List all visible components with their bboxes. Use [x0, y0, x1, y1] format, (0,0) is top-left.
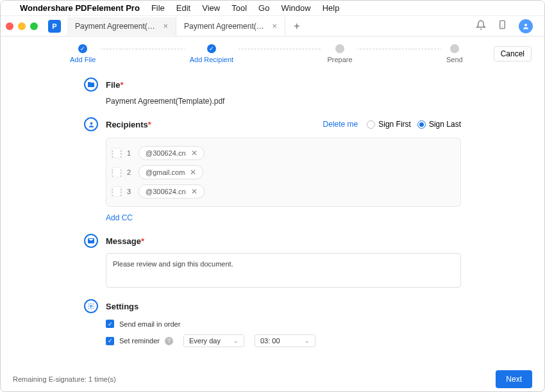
- section-title: Recipients*: [106, 120, 151, 129]
- check-icon: ✓: [78, 44, 87, 53]
- message-textarea[interactable]: Please review and sign this document.: [106, 253, 461, 288]
- row-number: 2: [127, 168, 133, 176]
- radio-icon: [417, 120, 426, 129]
- chevron-down-icon: ⌄: [305, 338, 310, 344]
- menu-tool[interactable]: Tool: [231, 3, 247, 13]
- menu-view[interactable]: View: [202, 3, 220, 13]
- frequency-select[interactable]: Every day ⌄: [183, 334, 244, 347]
- step-dot-icon: [335, 44, 344, 53]
- envelope-icon: [84, 234, 98, 248]
- sign-order-radio-group: Sign First Sign Last: [367, 120, 461, 129]
- drag-handle-icon[interactable]: ⋮⋮: [112, 167, 122, 177]
- svg-rect-0: [500, 20, 505, 29]
- check-icon: ✓: [207, 44, 216, 53]
- remaining-signatures-label: Remaining E-signature: 1 time(s): [13, 375, 116, 383]
- section-title: Message*: [106, 236, 144, 246]
- recipient-chip[interactable]: @gmail.com ✕: [138, 165, 203, 179]
- row-number: 3: [127, 188, 133, 195]
- section-title: Settings: [106, 302, 138, 311]
- help-icon[interactable]: ?: [165, 337, 173, 345]
- recipient-chip[interactable]: @300624.cn ✕: [138, 184, 205, 199]
- recipient-email: @300624.cn: [146, 149, 186, 157]
- maximize-window-button[interactable]: [30, 22, 38, 30]
- app-name[interactable]: Wondershare PDFelement Pro: [20, 3, 140, 13]
- file-icon: [84, 78, 98, 92]
- recipient-row: ⋮⋮ 1 @300624.cn ✕: [112, 143, 455, 163]
- section-recipients: Recipients* Delete me Sign First Sign La…: [84, 117, 461, 222]
- section-message: Message* Please review and sign this doc…: [84, 234, 461, 288]
- svg-point-2: [524, 24, 527, 26]
- user-icon: [84, 117, 98, 131]
- step-add-file[interactable]: ✓ Add File: [65, 44, 101, 63]
- recipient-email: @300624.cn: [146, 188, 186, 195]
- close-icon[interactable]: ×: [272, 21, 277, 31]
- drag-handle-icon[interactable]: ⋮⋮: [112, 186, 122, 197]
- radio-sign-first[interactable]: Sign First: [367, 120, 411, 129]
- close-icon[interactable]: ×: [163, 21, 168, 31]
- user-avatar-icon[interactable]: [519, 19, 533, 33]
- tab-title: Payment Agreement(Tem…: [75, 22, 158, 31]
- recipient-row: ⋮⋮ 2 @gmail.com ✕: [112, 163, 455, 182]
- chevron-down-icon: ⌄: [233, 338, 239, 344]
- delete-me-link[interactable]: Delete me: [323, 120, 358, 129]
- recipient-row: ⋮⋮ 3 @300624.cn ✕: [112, 182, 455, 201]
- recipient-chip[interactable]: @300624.cn ✕: [138, 146, 205, 160]
- menu-help[interactable]: Help: [323, 3, 340, 13]
- recipient-email: @gmail.com: [146, 168, 185, 176]
- section-file: File* Payment Agreement(Template).pdf: [84, 78, 461, 106]
- menu-bar: Wondershare PDFelement Pro File Edit Vie…: [1, 1, 544, 16]
- cancel-button[interactable]: Cancel: [494, 46, 532, 61]
- main-content: File* Payment Agreement(Template).pdf Re…: [1, 65, 544, 359]
- setting-label: Set reminder: [119, 337, 160, 345]
- radio-sign-last[interactable]: Sign Last: [417, 120, 461, 129]
- tab-document-1[interactable]: Payment Agreement(Tem… ×: [67, 17, 176, 35]
- mobile-icon[interactable]: [498, 20, 507, 32]
- time-select[interactable]: 03: 00 ⌄: [255, 334, 315, 347]
- remove-icon[interactable]: ✕: [190, 168, 196, 177]
- new-tab-button[interactable]: +: [288, 17, 306, 35]
- app-logo-icon: P: [48, 20, 61, 33]
- drag-handle-icon[interactable]: ⋮⋮: [112, 148, 122, 158]
- tab-bar: P Payment Agreement(Tem… × Payment Agree…: [1, 16, 544, 37]
- checkbox-reminder[interactable]: ✓: [106, 337, 114, 345]
- setting-send-order: ✓ Send email in order: [106, 320, 461, 328]
- menu-window[interactable]: Window: [281, 3, 310, 13]
- remove-icon[interactable]: ✕: [191, 187, 197, 196]
- add-cc-link[interactable]: Add CC: [106, 213, 461, 222]
- tab-document-2[interactable]: Payment Agreement(Tem… ×: [176, 17, 285, 35]
- minimize-window-button[interactable]: [18, 22, 26, 30]
- step-dot-icon: [450, 44, 459, 53]
- footer: Remaining E-signature: 1 time(s) Next: [0, 365, 545, 392]
- menu-go[interactable]: Go: [258, 3, 269, 13]
- section-settings: Settings ✓ Send email in order ✓ Set rem…: [84, 299, 461, 347]
- recipients-list: ⋮⋮ 1 @300624.cn ✕ ⋮⋮ 2 @gmail.com ✕: [106, 138, 461, 207]
- row-number: 1: [127, 149, 133, 157]
- section-title: File*: [106, 80, 123, 90]
- filename-label: Payment Agreement(Template).pdf: [106, 97, 461, 106]
- bell-icon[interactable]: [476, 20, 486, 33]
- radio-icon: [367, 120, 375, 129]
- menu-edit[interactable]: Edit: [176, 3, 190, 13]
- tab-title: Payment Agreement(Tem…: [184, 22, 267, 31]
- checkbox-send-order[interactable]: ✓: [106, 320, 114, 328]
- window-controls: [6, 22, 38, 30]
- close-window-button[interactable]: [6, 22, 13, 30]
- gear-icon: [84, 299, 98, 313]
- step-send[interactable]: Send: [441, 44, 468, 63]
- wizard-stepper: ✓ Add File ✓ Add Recipient Prepare Send …: [1, 37, 544, 65]
- step-add-recipient[interactable]: ✓ Add Recipient: [185, 44, 239, 63]
- svg-point-4: [90, 306, 92, 307]
- remove-icon[interactable]: ✕: [191, 149, 197, 158]
- svg-point-3: [90, 122, 92, 124]
- setting-label: Send email in order: [119, 320, 180, 328]
- setting-reminder: ✓ Set reminder ? Every day ⌄ 03: 00 ⌄: [106, 334, 461, 347]
- step-prepare[interactable]: Prepare: [322, 44, 357, 63]
- menu-file[interactable]: File: [151, 3, 165, 13]
- next-button[interactable]: Next: [496, 370, 532, 388]
